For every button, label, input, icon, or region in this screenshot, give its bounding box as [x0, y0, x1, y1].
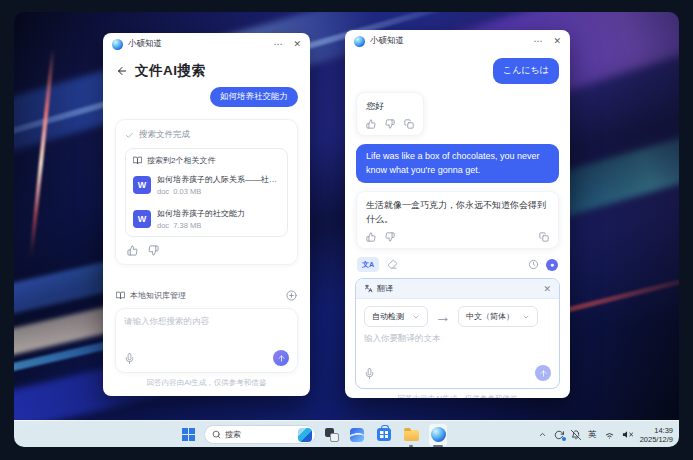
left-titlebar[interactable]: 小硕知道 ⋯ ✕	[103, 33, 310, 55]
arrow-up-icon	[277, 354, 286, 363]
thumbs-up-icon[interactable]	[366, 119, 376, 129]
search-result-card: 搜索文件完成 搜索到2个相关文件 W 如何培养孩子的人际关系——社交能力 doc…	[115, 119, 298, 265]
assistant-message: 您好	[356, 92, 424, 137]
check-icon	[125, 131, 134, 140]
source-language-select[interactable]: 自动检测	[364, 306, 428, 327]
suggestion-chip-button[interactable]: 如何培养社交能力	[210, 87, 298, 107]
thumbs-up-icon[interactable]	[127, 245, 138, 256]
send-button[interactable]	[273, 350, 289, 366]
file-meta: doc 7.38 MB	[157, 221, 245, 230]
ai-disclaimer: 回答内容由AI生成，仅供参考和借鉴	[103, 373, 310, 396]
taskbar-clock[interactable]: 14:39 2025/12/9	[640, 426, 673, 444]
copy-icon[interactable]	[404, 119, 414, 129]
chevron-down-icon	[412, 313, 420, 321]
start-button[interactable]	[182, 428, 195, 441]
target-language-select[interactable]: 中文（简体）	[458, 306, 538, 327]
close-icon[interactable]: ✕	[293, 39, 301, 49]
add-circle-icon[interactable]	[286, 290, 297, 301]
close-icon[interactable]: ✕	[543, 284, 551, 294]
app-logo-icon	[112, 39, 123, 50]
volume-muted-icon[interactable]	[622, 429, 633, 440]
wifi-icon[interactable]	[604, 429, 615, 440]
translate-panel: 翻译 ✕ 自动检测 → 中文（简体）	[355, 278, 560, 389]
word-file-icon: W	[133, 210, 151, 228]
file-search-window: 小硕知道 ⋯ ✕ 文件AI搜索 如何培养社交能力 搜索文件完成 搜索到2个相关文…	[103, 33, 310, 396]
thumbs-down-icon[interactable]	[385, 119, 395, 129]
translate-tool-button[interactable]: 文A	[357, 257, 379, 272]
page-title: 文件AI搜索	[135, 62, 206, 80]
chat-toolbar: 文A ●	[345, 249, 570, 274]
chat-area: こんにちは 您好 Life was like a box of chocolat…	[345, 52, 570, 249]
app-logo-icon	[354, 36, 365, 47]
thumbs-up-icon[interactable]	[366, 232, 376, 242]
thumbs-down-icon[interactable]	[148, 245, 159, 256]
chat-window: 小硕知道 ⋯ ✕ こんにちは 您好 Life was like a box of…	[345, 30, 570, 398]
ime-indicator[interactable]: 英	[588, 429, 597, 441]
back-arrow-icon[interactable]	[116, 65, 128, 77]
book-icon	[116, 291, 125, 300]
right-titlebar[interactable]: 小硕知道 ⋯ ✕	[345, 30, 570, 52]
search-icon	[212, 430, 221, 439]
translate-icon	[364, 284, 373, 293]
taskbar-search-box[interactable]: 搜索	[204, 425, 316, 444]
file-row[interactable]: W 如何培养孩子的社交能力 doc 7.38 MB	[126, 202, 287, 236]
translate-input[interactable]	[356, 329, 559, 359]
app-icon-photos[interactable]	[348, 424, 366, 446]
desktop-screen: 小硕知道 ⋯ ✕ 文件AI搜索 如何培养社交能力 搜索文件完成 搜索到2个相关文…	[14, 12, 679, 447]
more-menu-icon[interactable]: ⋯	[273, 39, 283, 49]
user-message: Life was like a box of chocolates, you n…	[356, 144, 559, 183]
kb-manage-label[interactable]: 本地知识库管理	[130, 290, 186, 301]
file-name: 如何培养孩子的社交能力	[157, 208, 245, 219]
mic-icon[interactable]	[364, 368, 375, 379]
arrow-right-icon: →	[435, 308, 451, 326]
result-summary: 搜索到2个相关文件	[147, 155, 215, 166]
search-input[interactable]	[124, 316, 289, 348]
assistant-avatar-icon[interactable]: ●	[546, 259, 558, 271]
clock-date: 2025/12/9	[640, 435, 673, 444]
history-icon[interactable]	[528, 259, 539, 270]
file-row[interactable]: W 如何培养孩子的人际关系——社交能力 doc 0.03 MB	[126, 168, 287, 202]
translate-title: 翻译	[377, 283, 393, 294]
task-view-button[interactable]	[325, 428, 339, 442]
clock-time: 14:39	[640, 426, 673, 435]
close-icon[interactable]: ✕	[553, 36, 561, 46]
mic-icon[interactable]	[124, 353, 135, 364]
search-label: 搜索	[225, 429, 241, 440]
search-highlight-image	[298, 428, 312, 442]
file-meta: doc 0.03 MB	[157, 187, 280, 196]
word-file-icon: W	[133, 176, 151, 194]
search-status-label: 搜索文件完成	[139, 129, 190, 141]
chevron-down-icon	[522, 313, 530, 321]
app-icon-assistant[interactable]	[429, 424, 447, 446]
eraser-icon[interactable]	[387, 259, 398, 270]
window-title: 小硕知道	[370, 35, 404, 47]
hidden-icons-chevron-icon[interactable]	[538, 430, 547, 439]
ai-disclaimer: 回答内容由AI生成，仅供参考和借鉴	[345, 389, 570, 398]
search-input-card	[115, 308, 298, 373]
system-tray: 英 14:39 2025/12/9	[538, 421, 673, 447]
book-icon	[133, 156, 142, 165]
copy-icon[interactable]	[539, 232, 549, 242]
sync-icon[interactable]	[554, 430, 564, 440]
app-icon-store[interactable]	[375, 424, 393, 446]
file-name: 如何培养孩子的人际关系——社交能力	[157, 174, 280, 185]
window-title: 小硕知道	[128, 38, 162, 50]
send-button[interactable]	[535, 365, 551, 381]
more-menu-icon[interactable]: ⋯	[533, 36, 543, 46]
taskbar: 搜索 英 14:39 2025/12/9	[14, 420, 679, 447]
notifications-off-icon[interactable]	[571, 430, 581, 440]
assistant-message: 生活就像一盒巧克力，你永远不知道你会得到什么。	[356, 191, 559, 249]
result-box: 搜索到2个相关文件 W 如何培养孩子的人际关系——社交能力 doc 0.03 M…	[125, 148, 288, 237]
thumbs-down-icon[interactable]	[385, 232, 395, 242]
app-icon-file-explorer[interactable]	[402, 424, 420, 446]
user-message: こんにちは	[493, 58, 559, 84]
arrow-up-icon	[539, 369, 548, 378]
